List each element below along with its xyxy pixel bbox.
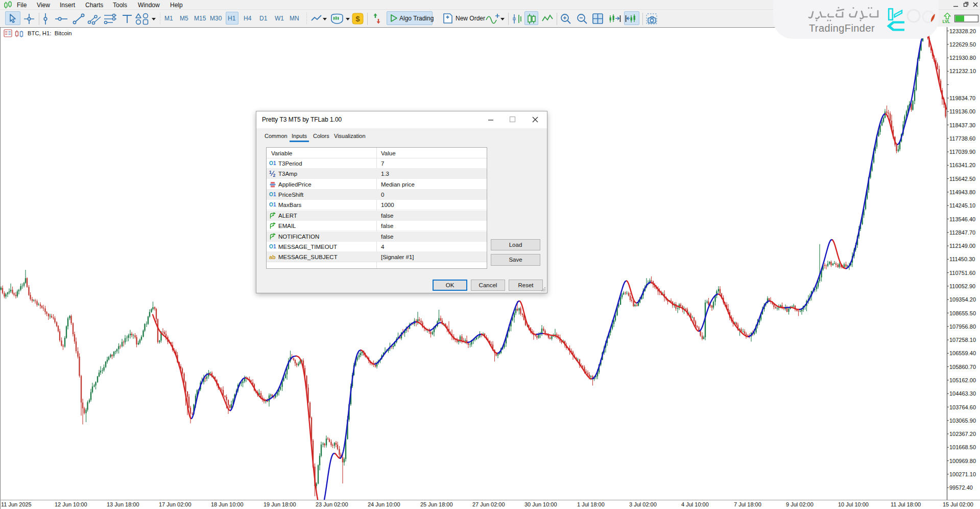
- svg-text:19 Jun 18:00: 19 Jun 18:00: [264, 501, 296, 507]
- svg-text:105162.00: 105162.00: [949, 377, 976, 383]
- svg-text:11 Jul 18:00: 11 Jul 18:00: [891, 501, 921, 507]
- svg-text:1: 1: [273, 202, 276, 207]
- svg-text:121930.80: 121930.80: [949, 55, 976, 61]
- svg-text:114245.10: 114245.10: [949, 202, 975, 209]
- svg-text:123328.20: 123328.20: [949, 28, 976, 34]
- svg-text:9 Jul 02:00: 9 Jul 02:00: [786, 501, 814, 507]
- svg-text:121232.10: 121232.10: [949, 68, 976, 74]
- svg-text:106559.40: 106559.40: [949, 350, 976, 356]
- svg-text:O: O: [269, 160, 273, 166]
- svg-text:24 Jun 10:00: 24 Jun 10:00: [368, 501, 400, 507]
- svg-text:119834.70: 119834.70: [949, 95, 975, 101]
- svg-text:13 Jun 18:00: 13 Jun 18:00: [107, 501, 139, 507]
- svg-text:109354.20: 109354.20: [949, 296, 976, 303]
- svg-text:103065.90: 103065.90: [949, 418, 976, 424]
- svg-text:30 Jun 10:00: 30 Jun 10:00: [524, 501, 557, 507]
- svg-text:117738.60: 117738.60: [949, 135, 975, 142]
- svg-text:12 Jun 10:00: 12 Jun 10:00: [55, 501, 87, 507]
- svg-text:102367.20: 102367.20: [949, 431, 976, 437]
- svg-text:110751.60: 110751.60: [949, 270, 975, 276]
- svg-text:122629.50: 122629.50: [949, 41, 976, 48]
- svg-text:17 Jun 02:00: 17 Jun 02:00: [159, 501, 192, 507]
- svg-text:ab: ab: [269, 254, 276, 260]
- svg-text:15 Jul 02:00: 15 Jul 02:00: [943, 501, 973, 507]
- svg-text:104463.30: 104463.30: [949, 390, 976, 397]
- svg-text:7 Jul 18:00: 7 Jul 18:00: [734, 501, 761, 507]
- svg-text:117039.90: 117039.90: [949, 149, 975, 155]
- svg-text:1: 1: [269, 170, 272, 175]
- svg-text:111450.30: 111450.30: [949, 256, 975, 262]
- svg-text:113546.40: 113546.40: [949, 216, 975, 222]
- svg-text:107258.10: 107258.10: [949, 337, 976, 343]
- svg-text:115642.50: 115642.50: [949, 176, 975, 182]
- svg-text:119136.00: 119136.00: [949, 108, 975, 114]
- svg-text:LVL: LVL: [943, 19, 950, 24]
- svg-text:BTC, H1: Bitcoin: BTC, H1: Bitcoin: [28, 30, 72, 36]
- svg-text:2: 2: [273, 173, 276, 177]
- svg-text:114943.80: 114943.80: [949, 189, 975, 195]
- svg-text:1: 1: [273, 160, 276, 166]
- svg-text:100271.10: 100271.10: [949, 471, 976, 477]
- svg-text:18 Jun 10:00: 18 Jun 10:00: [211, 501, 244, 507]
- svg-text:107956.80: 107956.80: [949, 323, 976, 330]
- svg-text:25 Jun 18:00: 25 Jun 18:00: [420, 501, 453, 507]
- svg-text:100969.80: 100969.80: [949, 458, 976, 464]
- svg-text:1 Jul 18:00: 1 Jul 18:00: [577, 501, 605, 507]
- svg-text:105860.70: 105860.70: [949, 364, 976, 370]
- svg-text:11 Jun 2025: 11 Jun 2025: [1, 501, 32, 507]
- svg-text:O: O: [269, 202, 273, 207]
- svg-text:TradingFinder: TradingFinder: [809, 22, 875, 34]
- svg-text:108655.50: 108655.50: [949, 310, 976, 316]
- svg-text:10 Jul 10:00: 10 Jul 10:00: [838, 501, 869, 507]
- svg-text:1: 1: [273, 244, 276, 249]
- svg-text:27 Jun 02:00: 27 Jun 02:00: [472, 501, 505, 507]
- svg-text:23 Jun 02:00: 23 Jun 02:00: [316, 501, 348, 507]
- svg-text:O: O: [269, 192, 273, 197]
- svg-text:110052.90: 110052.90: [949, 283, 975, 289]
- svg-text:O: O: [269, 244, 273, 249]
- svg-text:112847.70: 112847.70: [949, 229, 975, 236]
- svg-text:3 Jul 02:00: 3 Jul 02:00: [629, 501, 657, 507]
- svg-text:4 Jul 10:00: 4 Jul 10:00: [681, 501, 709, 507]
- svg-text:116341.20: 116341.20: [949, 162, 975, 168]
- svg-text:99572.40: 99572.40: [949, 484, 973, 491]
- svg-text:118437.30: 118437.30: [949, 122, 975, 128]
- svg-text:112149.00: 112149.00: [949, 243, 975, 249]
- svg-text:1: 1: [273, 192, 276, 197]
- svg-text:103764.60: 103764.60: [949, 404, 976, 410]
- svg-text:101668.50: 101668.50: [949, 444, 976, 450]
